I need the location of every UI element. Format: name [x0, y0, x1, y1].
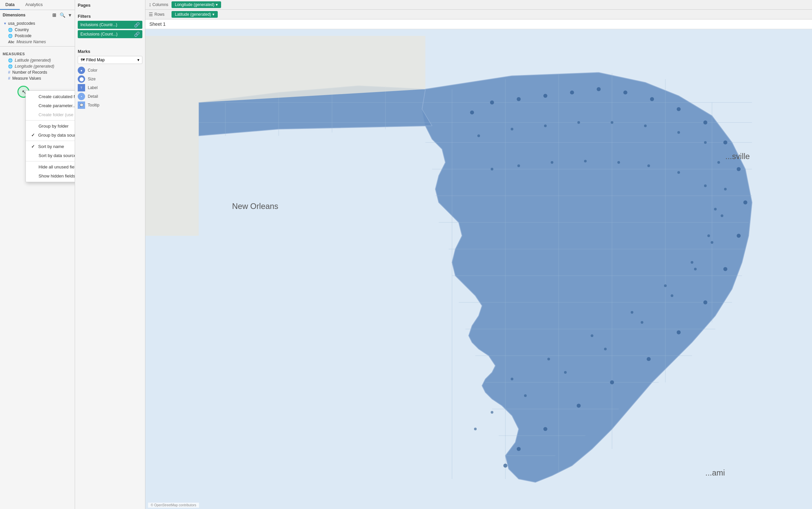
dim-num-records[interactable]: # Number of Records	[0, 69, 75, 75]
svg-point-40	[723, 267, 727, 271]
svg-point-43	[646, 357, 650, 361]
svg-point-30	[570, 91, 574, 95]
menu-hide-unused[interactable]: Hide all unused fields	[26, 162, 75, 171]
svg-point-52	[577, 121, 580, 124]
panel-tabs: Data Analytics	[0, 0, 75, 10]
menu-show-hidden-label: Show hidden fields	[38, 173, 75, 178]
svg-point-76	[704, 184, 707, 187]
mark-size-icon[interactable]: ⬤	[78, 75, 85, 83]
svg-point-45	[577, 404, 581, 408]
dropdown-icon[interactable]: ▾	[68, 12, 72, 18]
svg-point-64	[604, 348, 607, 350]
rows-label-text: Rows	[155, 12, 165, 17]
filter-exclusions[interactable]: Exclusions (Count...) 🔗	[78, 30, 142, 38]
svg-point-31	[597, 87, 601, 91]
menu-create-parameter[interactable]: Create parameter...	[26, 101, 75, 110]
svg-point-55	[677, 131, 680, 134]
filter-inclusions[interactable]: Inclusions (Countr...) 🔗	[78, 21, 142, 29]
center-panel: Pages Filters Inclusions (Countr...) 🔗 E…	[75, 0, 145, 509]
dim-latitude[interactable]: 🌐 Latitude (generated)	[0, 57, 75, 63]
svg-point-61	[694, 268, 697, 271]
svg-point-68	[474, 428, 477, 430]
filters-label: Filters	[78, 14, 142, 19]
svg-point-42	[677, 331, 681, 335]
svg-point-39	[737, 234, 741, 238]
marks-section: Marks 🗺 Filled Map ▾ ● Color ⬤ Size T La…	[78, 49, 142, 110]
menu-show-hidden[interactable]: Show hidden fields	[26, 171, 75, 180]
dim-postcode[interactable]: 🌐 Postcode	[0, 33, 75, 39]
filter-inclusions-link-icon: 🔗	[134, 22, 140, 28]
menu-group-by-folder-label: Group by folder	[38, 124, 69, 129]
menu-create-folder-label: Create folder (use group by folder)	[38, 112, 75, 117]
search-icon[interactable]: 🔍	[59, 12, 66, 18]
dim-country-label: Country	[15, 28, 29, 32]
tab-data[interactable]: Data	[0, 0, 20, 10]
rows-label: ☰ Rows	[149, 12, 169, 17]
svg-point-26	[470, 110, 474, 114]
filter-exclusions-text: Exclusions (Count...)	[80, 32, 117, 36]
pages-section: Pages	[78, 3, 142, 10]
mark-detail-icon[interactable]: ▪	[78, 93, 85, 100]
dim-longitude[interactable]: 🌐 Longitude (generated)	[0, 63, 75, 69]
left-panel: Data Analytics Dimensions ⊞ 🔍 ▾ ▾ usa_po…	[0, 0, 75, 509]
mark-tooltip-label: Tooltip	[88, 103, 100, 107]
svg-point-56	[704, 141, 707, 144]
columns-pill[interactable]: Longitude (generated) ▾	[171, 1, 221, 8]
menu-create-calculated[interactable]: Create calculated field...	[26, 92, 75, 101]
svg-point-82	[590, 335, 593, 337]
rows-pill[interactable]: Latitude (generated) ▾	[171, 11, 218, 18]
dim-country[interactable]: 🌐 Country	[0, 27, 75, 33]
menu-sort-by-name[interactable]: Sort by name	[26, 142, 75, 151]
map-container[interactable]: New Orleans ...sville ...ami © OpenStree…	[145, 29, 812, 509]
svg-point-84	[511, 378, 513, 380]
datasource-group[interactable]: ▾ usa_postcodes	[0, 20, 75, 27]
menu-create-parameter-label: Create parameter...	[38, 103, 75, 108]
menu-group-by-datasource[interactable]: Group by data source table	[26, 131, 75, 140]
map-footer: © OpenStreetMap contributors	[148, 503, 199, 508]
svg-point-50	[511, 128, 513, 131]
svg-point-33	[650, 97, 654, 101]
svg-point-83	[547, 358, 550, 360]
mark-type-selector[interactable]: 🗺 Filled Map ▾	[78, 56, 142, 64]
svg-point-57	[717, 161, 720, 164]
hash-icon-records: #	[8, 70, 10, 75]
svg-point-80	[664, 284, 667, 287]
menu-sort-by-name-label: Sort by name	[38, 144, 64, 149]
tab-analytics[interactable]: Analytics	[20, 0, 48, 10]
dim-measure-values-label: Measure Values	[12, 76, 41, 81]
globe-icon-lon: 🌐	[8, 64, 13, 69]
mark-tooltip-row: 💬 Tooltip	[78, 101, 142, 109]
svg-point-37	[737, 167, 741, 171]
columns-label: ⫶ Columns	[149, 2, 169, 7]
mark-color-icon[interactable]: ●	[78, 67, 85, 74]
svg-point-72	[584, 160, 586, 162]
dim-measure-names[interactable]: Abc Measure Names	[0, 39, 75, 45]
menu-group-by-folder[interactable]: Group by folder	[26, 122, 75, 131]
mark-size-label: Size	[88, 77, 96, 81]
svg-point-48	[504, 464, 508, 468]
svg-point-47	[516, 447, 520, 451]
dim-measure-names-label: Measure Names	[16, 39, 46, 44]
menu-sort-by-datasource[interactable]: Sort by data source order	[26, 151, 75, 160]
mark-type-label: Filled Map	[86, 58, 104, 62]
columns-pill-chevron: ▾	[216, 2, 218, 7]
hash-icon-values: #	[8, 76, 10, 81]
svg-point-41	[704, 300, 708, 304]
menu-group-by-datasource-label: Group by data source table	[38, 133, 75, 138]
sheet-title: Sheet 1	[145, 20, 812, 29]
context-menu: Create calculated field... Create parame…	[26, 91, 75, 182]
mark-label-icon[interactable]: T	[78, 84, 85, 92]
svg-point-71	[551, 161, 553, 164]
columns-label-text: Columns	[153, 2, 168, 7]
mark-label-row: T Label	[78, 84, 142, 92]
svg-point-62	[671, 294, 673, 297]
svg-point-81	[631, 311, 634, 314]
mark-tooltip-icon[interactable]: 💬	[78, 101, 85, 109]
svg-point-34	[677, 107, 681, 111]
dim-measure-values[interactable]: # Measure Values	[0, 75, 75, 81]
svg-point-32	[623, 91, 628, 95]
columns-shelf: ⫶ Columns Longitude (generated) ▾	[145, 0, 812, 10]
grid-view-icon[interactable]: ⊞	[51, 12, 57, 18]
datasource-icon: ▾	[4, 21, 6, 26]
svg-point-73	[617, 161, 620, 164]
